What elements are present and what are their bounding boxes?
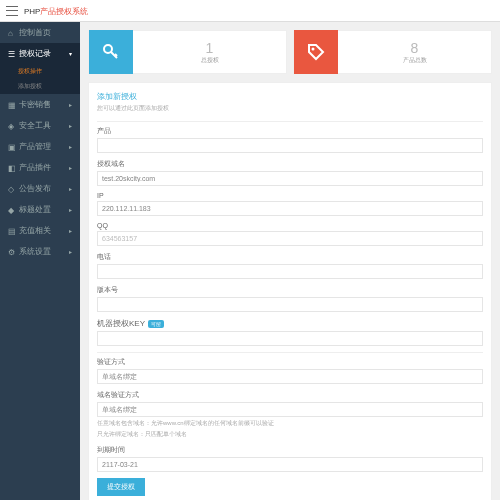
key-icon — [89, 30, 133, 74]
stat-card-products: 8 产品总数 — [293, 30, 492, 74]
panel-subtitle: 您可以通过此页面添加授权 — [97, 104, 483, 113]
version-input[interactable] — [97, 297, 483, 312]
sidebar-item-settings[interactable]: ⚙系统设置▸ — [0, 241, 80, 262]
menu-icon[interactable] — [6, 6, 18, 16]
svg-point-0 — [104, 45, 112, 53]
svg-line-2 — [115, 54, 117, 56]
chevron-icon: ▸ — [69, 185, 72, 192]
svg-point-3 — [312, 48, 315, 51]
chevron-icon: ▸ — [69, 101, 72, 108]
sidebar-sub-add-auth[interactable]: 添加授权 — [0, 79, 80, 94]
brand-title: PHP产品授权系统 — [24, 5, 88, 17]
domain-input[interactable] — [97, 171, 483, 186]
sidebar-item-products[interactable]: ▣产品管理▸ — [0, 136, 80, 157]
sidebar-item-recharge[interactable]: ▤充值相关▸ — [0, 220, 80, 241]
stat-number: 1 — [133, 40, 286, 56]
phone-input[interactable] — [97, 264, 483, 279]
tag-icon: ◆ — [8, 206, 15, 213]
divider — [97, 121, 483, 122]
divider — [97, 352, 483, 353]
ip-input[interactable] — [97, 201, 483, 216]
version-label: 版本号 — [97, 285, 483, 295]
hint-text: 任意域名包含域名：允许www.cn绑定域名的任何域名前缀可以验证 — [97, 419, 483, 428]
megaphone-icon: ◇ — [8, 185, 15, 192]
stat-cards: 1 总授权 8 产品总数 — [88, 30, 492, 74]
stat-number: 8 — [338, 40, 491, 56]
home-icon: ⌂ — [8, 29, 15, 36]
sidebar-item-plugins[interactable]: ◧产品插件▸ — [0, 157, 80, 178]
panel-title: 添加新授权 — [97, 91, 483, 102]
key-label: 机器授权KEY可留 — [97, 318, 483, 329]
chevron-icon: ▸ — [69, 206, 72, 213]
stat-label: 总授权 — [133, 56, 286, 65]
card-icon: ▦ — [8, 101, 15, 108]
chevron-icon: ▸ — [69, 122, 72, 129]
sidebar-item-auth-records[interactable]: ☰授权记录▾ — [0, 43, 80, 64]
stat-card-total-auth: 1 总授权 — [88, 30, 287, 74]
sidebar-item-security[interactable]: ◈安全工具▸ — [0, 115, 80, 136]
product-input[interactable] — [97, 138, 483, 153]
domain-label: 授权域名 — [97, 159, 483, 169]
sidebar-item-announce[interactable]: ◇公告发布▸ — [0, 178, 80, 199]
header: PHP产品授权系统 — [0, 0, 500, 22]
gear-icon: ⚙ — [8, 248, 15, 255]
hint-text: 只允许绑定域名：只匹配单个域名 — [97, 430, 483, 439]
date-label: 到期时间 — [97, 445, 483, 455]
chevron-icon: ▸ — [69, 164, 72, 171]
domain-verify-input[interactable] — [97, 402, 483, 417]
main-content: 1 总授权 8 产品总数 添加新授权 您可以通过此页面添加授权 产品 授权域名 … — [80, 22, 500, 500]
sidebar-item-home[interactable]: ⌂控制首页 — [0, 22, 80, 43]
verify-input[interactable] — [97, 369, 483, 384]
form-panel: 添加新授权 您可以通过此页面添加授权 产品 授权域名 IP QQ 电话 版本号 … — [88, 82, 492, 500]
shield-icon: ◈ — [8, 122, 15, 129]
verify-label: 验证方式 — [97, 357, 483, 367]
qq-input[interactable] — [97, 231, 483, 246]
optional-badge: 可留 — [148, 320, 164, 328]
sidebar-item-title[interactable]: ◆标题处置▸ — [0, 199, 80, 220]
sidebar: ⌂控制首页 ☰授权记录▾ 授权操作 添加授权 ▦卡密销售▸ ◈安全工具▸ ▣产品… — [0, 22, 80, 500]
chevron-icon: ▸ — [69, 227, 72, 234]
plugin-icon: ◧ — [8, 164, 15, 171]
sidebar-item-card-sales[interactable]: ▦卡密销售▸ — [0, 94, 80, 115]
sidebar-sub-auth-ops[interactable]: 授权操作 — [0, 64, 80, 79]
wallet-icon: ▤ — [8, 227, 15, 234]
stat-label: 产品总数 — [338, 56, 491, 65]
domain-verify-label: 域名验证方式 — [97, 390, 483, 400]
tag-icon — [294, 30, 338, 74]
qq-label: QQ — [97, 222, 483, 229]
date-input[interactable] — [97, 457, 483, 472]
list-icon: ☰ — [8, 50, 15, 57]
submit-button[interactable]: 提交授权 — [97, 478, 145, 496]
key-input[interactable] — [97, 331, 483, 346]
box-icon: ▣ — [8, 143, 15, 150]
product-label: 产品 — [97, 126, 483, 136]
chevron-down-icon: ▾ — [69, 50, 72, 57]
phone-label: 电话 — [97, 252, 483, 262]
chevron-icon: ▸ — [69, 143, 72, 150]
chevron-icon: ▸ — [69, 248, 72, 255]
ip-label: IP — [97, 192, 483, 199]
